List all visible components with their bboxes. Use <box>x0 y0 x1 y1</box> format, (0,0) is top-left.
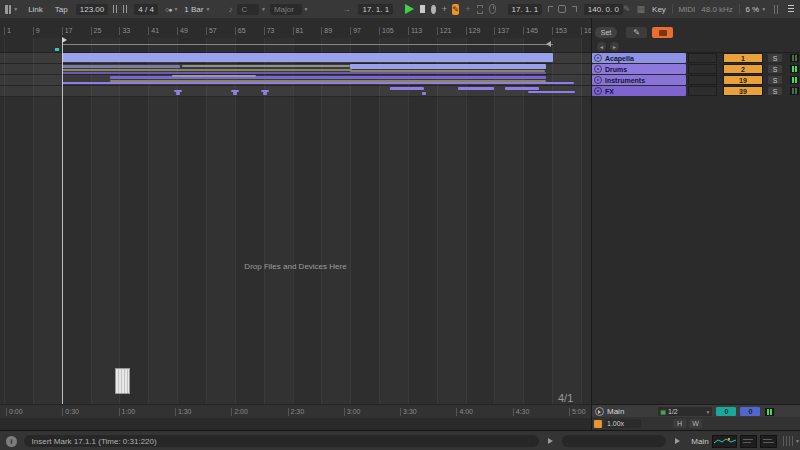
loop-brace[interactable] <box>62 44 553 45</box>
loop-length-field[interactable]: 140. 0. 0 <box>584 4 623 15</box>
punch-out-icon[interactable] <box>572 6 577 12</box>
quantize-menu[interactable]: 1 Bar <box>184 5 203 14</box>
midi-map-button[interactable]: MIDI <box>678 5 695 14</box>
track-lane[interactable] <box>0 86 591 97</box>
clip[interactable] <box>350 64 546 69</box>
nudge-down-button[interactable] <box>113 5 118 13</box>
quantize-caret[interactable]: ▼ <box>205 6 210 12</box>
track-activator-icon[interactable] <box>594 65 602 73</box>
clip[interactable] <box>62 53 553 62</box>
key-root-select[interactable]: C <box>237 4 259 15</box>
cpu-load-field[interactable]: 6 % <box>745 5 759 14</box>
key-scale-caret[interactable]: ▼ <box>304 6 309 12</box>
locator-marker[interactable] <box>55 48 59 51</box>
metronome-menu-caret[interactable]: ▼ <box>173 6 178 12</box>
white-handle[interactable] <box>115 368 130 394</box>
set-locator-button[interactable]: Set <box>595 27 617 38</box>
window-layout-icon[interactable] <box>5 5 11 14</box>
add-locator-icon[interactable]: + <box>442 4 447 14</box>
clip[interactable] <box>458 87 494 90</box>
nudge-up-button[interactable] <box>123 5 128 13</box>
automation-mode-button[interactable]: ✎ <box>626 27 647 38</box>
clip[interactable] <box>263 92 267 95</box>
arrangement-position-field[interactable]: 17. 1. 1 <box>358 4 393 15</box>
record-button[interactable] <box>431 5 436 14</box>
hamburger-menu-icon[interactable] <box>788 5 794 13</box>
solo-button[interactable]: S <box>768 76 782 84</box>
solo-button[interactable]: S <box>768 54 782 62</box>
draw-mode-button[interactable]: ✎ <box>452 4 459 15</box>
clip[interactable] <box>422 92 426 95</box>
speed-icon[interactable] <box>594 420 602 428</box>
automation-plus-icon[interactable]: + <box>465 4 470 14</box>
prev-locator-button[interactable]: ◂ <box>597 42 606 51</box>
time-ruler[interactable]: 0:000:301:001:302:002:303:003:304:004:30… <box>0 404 591 419</box>
play-button[interactable] <box>405 4 414 14</box>
main-track-activator-icon[interactable] <box>595 407 604 416</box>
track-routing-value[interactable]: 19 <box>723 75 763 85</box>
clip[interactable] <box>182 65 350 67</box>
bar-label: 65 <box>235 27 246 35</box>
info-icon[interactable]: i <box>6 436 17 447</box>
track-name-bar[interactable]: Drums <box>592 64 686 74</box>
solo-button[interactable]: S <box>768 87 782 95</box>
track-routing-value[interactable]: 2 <box>723 64 763 74</box>
track-name-bar[interactable]: Acapella <box>592 53 686 63</box>
track-activator-icon[interactable] <box>594 76 602 84</box>
capture-midi-icon[interactable] <box>489 4 496 14</box>
link-button[interactable]: Link <box>28 5 43 14</box>
clip[interactable] <box>390 87 424 90</box>
track-routing-value[interactable]: 39 <box>723 86 763 96</box>
main-send-b-box[interactable]: 0 <box>740 407 760 416</box>
tap-tempo-button[interactable]: Tap <box>55 5 68 14</box>
loop-start-field[interactable]: 17. 1. 1 <box>508 4 543 15</box>
key-scale-select[interactable]: Major <box>270 4 302 15</box>
clip[interactable] <box>528 91 575 93</box>
key-root-caret[interactable]: ▼ <box>261 6 266 12</box>
arrangement-canvas[interactable]: 1917253341495765738189971051131211291371… <box>0 18 591 430</box>
clip[interactable] <box>233 92 237 95</box>
pencil-icon[interactable]: ✎ <box>623 4 631 14</box>
clip[interactable] <box>172 75 256 77</box>
metronome-icon[interactable]: ○● <box>165 6 171 13</box>
tempo-field[interactable]: 123.00 <box>76 4 108 15</box>
width-zoom-button[interactable]: W <box>689 419 702 428</box>
expand-arrow-icon[interactable] <box>675 438 680 444</box>
main-send-a-box[interactable]: 0 <box>716 407 736 416</box>
key-map-button[interactable]: Key <box>652 5 666 14</box>
push-display-icon[interactable]: ▦ <box>637 4 646 14</box>
clip[interactable] <box>176 92 180 95</box>
height-zoom-button[interactable]: H <box>673 419 686 428</box>
loop-switch-icon[interactable] <box>558 5 566 13</box>
track-io-box[interactable] <box>688 53 717 63</box>
clip[interactable] <box>62 65 180 68</box>
follow-button[interactable]: → <box>342 5 350 14</box>
back-to-arrangement-button[interactable] <box>652 27 673 38</box>
chevron-down-icon[interactable]: ▼ <box>13 6 18 12</box>
clip[interactable] <box>505 87 539 90</box>
clip[interactable] <box>62 69 352 71</box>
track-io-box[interactable] <box>688 86 717 96</box>
loop-end-marker[interactable] <box>546 41 551 47</box>
next-locator-button[interactable]: ▸ <box>610 42 619 51</box>
marquee-select-icon[interactable] <box>477 5 484 14</box>
time-signature-field[interactable]: 4 / 4 <box>134 4 158 15</box>
speed-value-field[interactable]: 1.00x <box>605 419 641 428</box>
clip[interactable] <box>62 72 546 74</box>
track-name-bar[interactable]: FX <box>592 86 686 96</box>
track-io-box[interactable] <box>688 64 717 74</box>
grid-interval-select[interactable]: ▦ 1/2 ▼ <box>658 407 712 416</box>
track-name-bar[interactable]: Instruments <box>592 75 686 85</box>
punch-in-icon[interactable] <box>548 6 553 12</box>
track-activator-icon[interactable] <box>594 87 602 95</box>
track-activator-icon[interactable] <box>594 54 602 62</box>
track-routing-value[interactable]: 1 <box>723 53 763 63</box>
track-io-box[interactable] <box>688 75 717 85</box>
main-track-row[interactable]: Main ▦ 1/2 ▼ 0 0 <box>592 404 800 418</box>
expand-arrow-icon[interactable] <box>548 438 553 444</box>
stop-button[interactable] <box>420 5 425 13</box>
cpu-caret[interactable]: ▼ <box>761 6 766 12</box>
clip[interactable] <box>62 82 574 84</box>
solo-button[interactable]: S <box>768 65 782 73</box>
status-caret[interactable]: ▼ <box>795 438 800 444</box>
